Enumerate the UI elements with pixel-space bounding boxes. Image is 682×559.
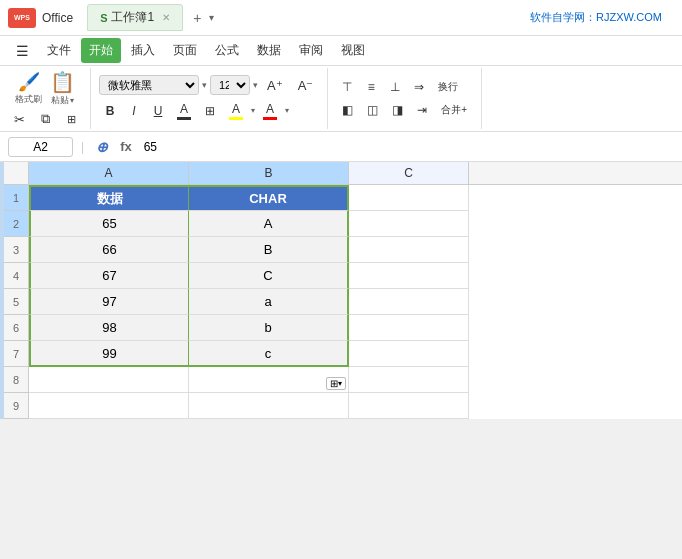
cell-c8[interactable]	[349, 367, 469, 393]
fill-dropdown[interactable]: ▾	[251, 106, 255, 115]
cell-a6[interactable]: 98	[29, 315, 189, 341]
font-size-dropdown[interactable]: ▾	[253, 80, 258, 90]
cell-b9[interactable]	[189, 393, 349, 419]
font-size-select[interactable]: 12	[210, 75, 250, 95]
workbook-tab[interactable]: S 工作簿1 ✕	[87, 4, 183, 31]
font-color-btn[interactable]: A	[171, 99, 197, 123]
cell-b5[interactable]: a	[189, 289, 349, 315]
align-top-btn[interactable]: ⊤	[336, 77, 358, 97]
cell-a4[interactable]: 67	[29, 263, 189, 289]
cell-b2[interactable]: A	[189, 211, 349, 237]
format-brush-btn[interactable]: 🖌️ 格式刷	[15, 71, 42, 106]
row-num-3[interactable]: 3	[4, 237, 29, 263]
wrap-btn[interactable]: 换行	[432, 77, 464, 97]
paste-btn[interactable]: 📋 粘贴 ▾	[50, 70, 75, 107]
fill-color-btn[interactable]: A	[223, 99, 249, 123]
align-center-btn[interactable]: ◫	[361, 100, 384, 120]
font-name-dropdown[interactable]: ▾	[202, 80, 207, 90]
bold-btn[interactable]: B	[99, 101, 121, 121]
cell-b4[interactable]: C	[189, 263, 349, 289]
add-tab-btn[interactable]: +	[193, 10, 201, 26]
align-middle-btn[interactable]: ≡	[360, 77, 382, 97]
formula-input[interactable]	[140, 138, 674, 156]
merge-btn[interactable]: 合并+	[435, 100, 473, 120]
cell-c1[interactable]	[349, 185, 469, 211]
italic-btn[interactable]: I	[123, 101, 145, 121]
cell-a3[interactable]: 66	[29, 237, 189, 263]
row-num-2[interactable]: 2	[4, 211, 29, 237]
table-row: 7 99 c	[4, 341, 682, 367]
cell-c5[interactable]	[349, 289, 469, 315]
formula-fx-icon[interactable]: fx	[116, 139, 136, 154]
table-row: 3 66 B	[4, 237, 682, 263]
cell-b6[interactable]: b	[189, 315, 349, 341]
menu-item-file[interactable]: 文件	[39, 38, 79, 63]
cut-btn[interactable]: ✂	[8, 110, 30, 129]
cell-c9[interactable]	[349, 393, 469, 419]
row-num-5[interactable]: 5	[4, 289, 29, 315]
align-left-btn[interactable]: ◧	[336, 100, 359, 120]
cell-a7[interactable]: 99	[29, 341, 189, 367]
menu-item-view[interactable]: 视图	[333, 38, 373, 63]
cell-a8[interactable]	[29, 367, 189, 393]
format-paste-row: 🖌️ 格式刷 📋 粘贴 ▾	[15, 70, 75, 107]
cell-b1[interactable]: CHAR	[189, 185, 349, 211]
menu-icon[interactable]: ☰	[8, 39, 37, 63]
align-bottom-btn[interactable]: ⊥	[384, 77, 406, 97]
col-header-a[interactable]: A	[29, 162, 189, 184]
font-increase-btn[interactable]: A⁺	[261, 75, 289, 96]
cell-a1[interactable]: 数据	[29, 185, 189, 211]
cell-c4[interactable]	[349, 263, 469, 289]
align-right2-btn[interactable]: ◨	[386, 100, 409, 120]
cell-c6[interactable]	[349, 315, 469, 341]
table-row: 4 67 C	[4, 263, 682, 289]
font-decrease-btn[interactable]: A⁻	[292, 75, 320, 96]
cell-b8[interactable]: ⊞ ▾	[189, 367, 349, 393]
paste-smart-dropdown[interactable]: ▾	[338, 379, 342, 388]
row-num-7[interactable]: 7	[4, 341, 29, 367]
row-num-6[interactable]: 6	[4, 315, 29, 341]
row-num-1[interactable]: 1	[4, 185, 29, 211]
border-btn[interactable]: ⊞	[199, 101, 221, 121]
text-color-dropdown[interactable]: ▾	[285, 106, 289, 115]
menu-item-formula[interactable]: 公式	[207, 38, 247, 63]
wps-logo-text: WPS	[14, 14, 30, 21]
text-color-btn[interactable]: A	[257, 99, 283, 123]
copy-btn[interactable]: ⧉	[34, 109, 56, 129]
menu-item-review[interactable]: 审阅	[291, 38, 331, 63]
menu-item-home[interactable]: 开始	[81, 38, 121, 63]
cell-b3[interactable]: B	[189, 237, 349, 263]
cell-a7-value: 99	[102, 346, 116, 361]
col-header-b[interactable]: B	[189, 162, 349, 184]
cell-a5[interactable]: 97	[29, 289, 189, 315]
cell-a9[interactable]	[29, 393, 189, 419]
col-header-c[interactable]: C	[349, 162, 469, 184]
zoom-icon[interactable]: ⊕	[92, 139, 112, 155]
row-num-8[interactable]: 8	[4, 367, 29, 393]
indent-btn[interactable]: ⇥	[411, 100, 433, 120]
row-num-9[interactable]: 9	[4, 393, 29, 419]
font-name-select[interactable]: 微软雅黑	[99, 75, 199, 95]
cell-c3[interactable]	[349, 237, 469, 263]
underline-btn[interactable]: U	[147, 101, 169, 121]
menu-item-insert[interactable]: 插入	[123, 38, 163, 63]
cell-a6-value: 98	[102, 320, 116, 335]
cell-a2[interactable]: 65	[29, 211, 189, 237]
clipboard-group: 🖌️ 格式刷 📋 粘贴 ▾ ✂ ⧉ ⊞	[6, 68, 91, 129]
table-row: 8 ⊞ ▾	[4, 367, 682, 393]
copy-format-btn[interactable]: ⊞	[60, 111, 82, 128]
wps-logo: WPS	[8, 8, 36, 28]
title-bar-left: WPS Office S 工作簿1 ✕ + ▾	[8, 4, 214, 31]
row-num-4[interactable]: 4	[4, 263, 29, 289]
paste-smart-icon[interactable]: ⊞ ▾	[326, 377, 346, 390]
tab-close-icon[interactable]: ✕	[162, 12, 170, 23]
cell-reference[interactable]	[8, 137, 73, 157]
menu-item-data[interactable]: 数据	[249, 38, 289, 63]
paste-dropdown-icon[interactable]: ▾	[70, 96, 74, 105]
font-group: 微软雅黑 ▾ 12 ▾ A⁺ A⁻ B I U A ⊞ A ▾	[91, 68, 328, 129]
align-right-btn[interactable]: ⇒	[408, 77, 430, 97]
cell-c2[interactable]	[349, 211, 469, 237]
cell-c7[interactable]	[349, 341, 469, 367]
menu-item-page[interactable]: 页面	[165, 38, 205, 63]
cell-b7[interactable]: c	[189, 341, 349, 367]
